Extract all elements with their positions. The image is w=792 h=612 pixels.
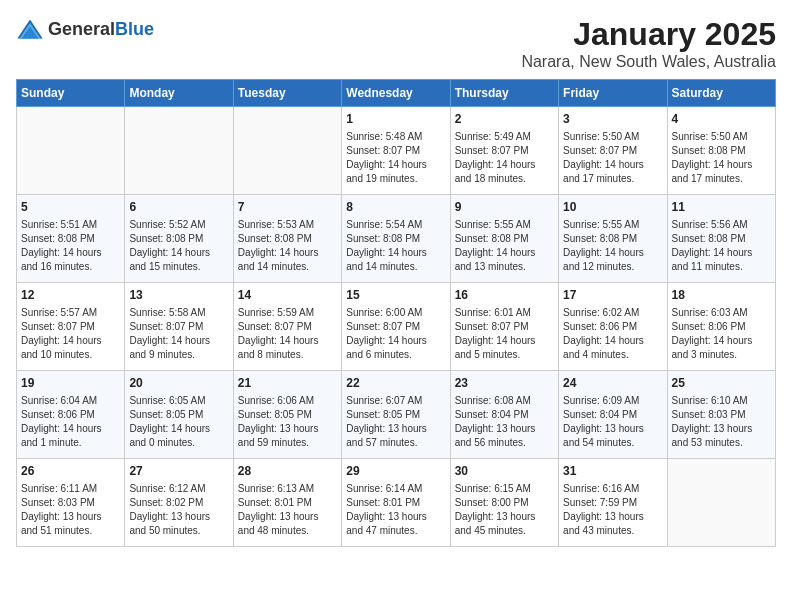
day-info-line: Daylight: 14 hours	[129, 334, 228, 348]
day-number: 28	[238, 463, 337, 480]
day-info-line: and 56 minutes.	[455, 436, 554, 450]
day-number: 14	[238, 287, 337, 304]
calendar-day-cell: 4Sunrise: 5:50 AMSunset: 8:08 PMDaylight…	[667, 107, 775, 195]
day-info-line: Sunset: 8:08 PM	[455, 232, 554, 246]
calendar-week-row: 1Sunrise: 5:48 AMSunset: 8:07 PMDaylight…	[17, 107, 776, 195]
day-number: 11	[672, 199, 771, 216]
day-number: 30	[455, 463, 554, 480]
calendar-day-cell: 14Sunrise: 5:59 AMSunset: 8:07 PMDayligh…	[233, 283, 341, 371]
day-info-line: and 48 minutes.	[238, 524, 337, 538]
weekday-header: Friday	[559, 80, 667, 107]
day-info-line: Sunset: 8:05 PM	[346, 408, 445, 422]
calendar-day-cell: 20Sunrise: 6:05 AMSunset: 8:05 PMDayligh…	[125, 371, 233, 459]
day-info-line: and 19 minutes.	[346, 172, 445, 186]
day-info-line: and 11 minutes.	[672, 260, 771, 274]
logo-icon	[16, 16, 44, 44]
day-info-line: Sunrise: 5:50 AM	[563, 130, 662, 144]
calendar-day-cell: 31Sunrise: 6:16 AMSunset: 7:59 PMDayligh…	[559, 459, 667, 547]
day-number: 5	[21, 199, 120, 216]
day-info-line: Sunset: 8:07 PM	[455, 320, 554, 334]
day-number: 1	[346, 111, 445, 128]
calendar-day-cell	[667, 459, 775, 547]
day-info-line: and 54 minutes.	[563, 436, 662, 450]
day-info-line: Sunrise: 5:52 AM	[129, 218, 228, 232]
day-info-line: Sunset: 8:07 PM	[346, 144, 445, 158]
day-info-line: and 53 minutes.	[672, 436, 771, 450]
day-info-line: Daylight: 14 hours	[346, 158, 445, 172]
day-info-line: Sunrise: 6:05 AM	[129, 394, 228, 408]
calendar-week-row: 19Sunrise: 6:04 AMSunset: 8:06 PMDayligh…	[17, 371, 776, 459]
day-info-line: Sunrise: 6:02 AM	[563, 306, 662, 320]
calendar-day-cell: 21Sunrise: 6:06 AMSunset: 8:05 PMDayligh…	[233, 371, 341, 459]
day-number: 18	[672, 287, 771, 304]
calendar-day-cell: 10Sunrise: 5:55 AMSunset: 8:08 PMDayligh…	[559, 195, 667, 283]
calendar-day-cell: 28Sunrise: 6:13 AMSunset: 8:01 PMDayligh…	[233, 459, 341, 547]
day-number: 25	[672, 375, 771, 392]
day-number: 3	[563, 111, 662, 128]
day-info-line: Sunrise: 6:16 AM	[563, 482, 662, 496]
calendar-day-cell: 8Sunrise: 5:54 AMSunset: 8:08 PMDaylight…	[342, 195, 450, 283]
weekday-header: Wednesday	[342, 80, 450, 107]
day-number: 15	[346, 287, 445, 304]
calendar-header: SundayMondayTuesdayWednesdayThursdayFrid…	[17, 80, 776, 107]
day-info-line: Daylight: 13 hours	[346, 510, 445, 524]
day-info-line: Sunrise: 5:48 AM	[346, 130, 445, 144]
logo-general-text: General	[48, 19, 115, 39]
day-info-line: Sunset: 8:08 PM	[563, 232, 662, 246]
day-info-line: Sunrise: 6:11 AM	[21, 482, 120, 496]
day-info-line: and 0 minutes.	[129, 436, 228, 450]
calendar-day-cell: 27Sunrise: 6:12 AMSunset: 8:02 PMDayligh…	[125, 459, 233, 547]
calendar-day-cell: 26Sunrise: 6:11 AMSunset: 8:03 PMDayligh…	[17, 459, 125, 547]
calendar-day-cell: 19Sunrise: 6:04 AMSunset: 8:06 PMDayligh…	[17, 371, 125, 459]
day-info-line: Sunrise: 6:09 AM	[563, 394, 662, 408]
day-info-line: and 10 minutes.	[21, 348, 120, 362]
day-info-line: Sunrise: 6:04 AM	[21, 394, 120, 408]
day-number: 27	[129, 463, 228, 480]
day-info-line: and 14 minutes.	[238, 260, 337, 274]
day-info-line: Daylight: 13 hours	[672, 422, 771, 436]
logo-blue-text: Blue	[115, 19, 154, 39]
day-info-line: Sunset: 8:05 PM	[238, 408, 337, 422]
calendar-day-cell: 29Sunrise: 6:14 AMSunset: 8:01 PMDayligh…	[342, 459, 450, 547]
day-info-line: Daylight: 14 hours	[672, 246, 771, 260]
day-info-line: Sunrise: 6:00 AM	[346, 306, 445, 320]
day-info-line: Sunrise: 5:49 AM	[455, 130, 554, 144]
day-info-line: Sunset: 8:07 PM	[21, 320, 120, 334]
day-number: 2	[455, 111, 554, 128]
calendar-day-cell: 1Sunrise: 5:48 AMSunset: 8:07 PMDaylight…	[342, 107, 450, 195]
day-info-line: Sunset: 8:06 PM	[21, 408, 120, 422]
day-info-line: Sunrise: 6:12 AM	[129, 482, 228, 496]
weekday-header: Sunday	[17, 80, 125, 107]
calendar-day-cell: 15Sunrise: 6:00 AMSunset: 8:07 PMDayligh…	[342, 283, 450, 371]
logo: GeneralBlue	[16, 16, 154, 44]
day-info-line: Sunrise: 6:15 AM	[455, 482, 554, 496]
day-number: 4	[672, 111, 771, 128]
page-header: GeneralBlue January 2025 Narara, New Sou…	[16, 16, 776, 71]
day-info-line: Daylight: 14 hours	[455, 246, 554, 260]
title-block: January 2025 Narara, New South Wales, Au…	[521, 16, 776, 71]
day-number: 16	[455, 287, 554, 304]
day-info-line: Daylight: 13 hours	[455, 422, 554, 436]
calendar-title: January 2025	[521, 16, 776, 53]
calendar-day-cell: 12Sunrise: 5:57 AMSunset: 8:07 PMDayligh…	[17, 283, 125, 371]
day-info-line: and 16 minutes.	[21, 260, 120, 274]
weekday-header: Tuesday	[233, 80, 341, 107]
calendar-body: 1Sunrise: 5:48 AMSunset: 8:07 PMDaylight…	[17, 107, 776, 547]
day-number: 31	[563, 463, 662, 480]
day-info-line: Daylight: 14 hours	[672, 334, 771, 348]
weekday-header: Thursday	[450, 80, 558, 107]
calendar-day-cell: 5Sunrise: 5:51 AMSunset: 8:08 PMDaylight…	[17, 195, 125, 283]
day-info-line: Daylight: 13 hours	[563, 422, 662, 436]
day-info-line: Sunset: 8:01 PM	[346, 496, 445, 510]
calendar-day-cell	[233, 107, 341, 195]
day-info-line: Daylight: 14 hours	[21, 334, 120, 348]
calendar-day-cell: 23Sunrise: 6:08 AMSunset: 8:04 PMDayligh…	[450, 371, 558, 459]
day-info-line: Sunrise: 6:10 AM	[672, 394, 771, 408]
calendar-day-cell: 11Sunrise: 5:56 AMSunset: 8:08 PMDayligh…	[667, 195, 775, 283]
day-info-line: Sunset: 8:07 PM	[455, 144, 554, 158]
day-info-line: Sunrise: 5:57 AM	[21, 306, 120, 320]
day-info-line: Sunset: 8:08 PM	[672, 232, 771, 246]
day-number: 8	[346, 199, 445, 216]
day-info-line: Sunset: 8:02 PM	[129, 496, 228, 510]
day-info-line: Daylight: 14 hours	[455, 158, 554, 172]
